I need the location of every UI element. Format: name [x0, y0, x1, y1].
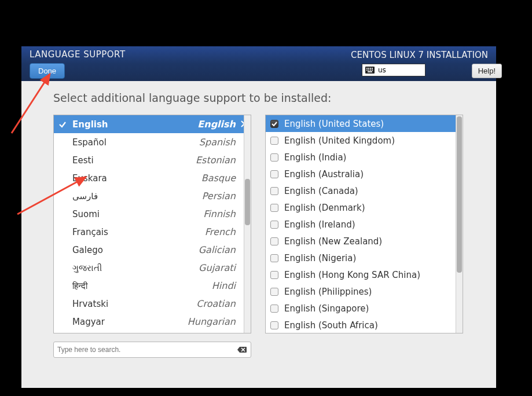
- language-row[interactable]: EestiEstonian: [54, 151, 251, 169]
- language-english-name: Finnish: [203, 208, 236, 219]
- check-icon: [58, 120, 70, 129]
- language-row[interactable]: EspañolSpanish: [54, 133, 251, 151]
- language-row[interactable]: فارسیPersian: [54, 187, 251, 205]
- locale-scrollbar[interactable]: [456, 115, 463, 333]
- language-list-panel: EnglishEnglishEspañolSpanishEestiEstonia…: [53, 115, 251, 333]
- locale-checkbox[interactable]: [270, 288, 278, 296]
- locale-checkbox[interactable]: [270, 221, 278, 229]
- locale-row[interactable]: English (Singapore): [266, 300, 463, 317]
- language-english-name: Estonian: [196, 155, 236, 166]
- locale-row[interactable]: English (Nigeria): [266, 250, 463, 266]
- svg-rect-2: [368, 68, 369, 69]
- locale-list-panel: English (United States)English (United K…: [265, 115, 463, 333]
- language-native-name: Euskara: [70, 173, 201, 184]
- language-row[interactable]: MagyarHungarian: [54, 313, 251, 331]
- locale-label: English (Hong Kong SAR China): [284, 270, 420, 280]
- instruction-text: Select additional language support to be…: [53, 91, 486, 104]
- locale-row[interactable]: English (Canada): [266, 182, 463, 199]
- locale-row[interactable]: English (Denmark): [266, 199, 463, 216]
- language-native-name: Español: [70, 137, 199, 148]
- language-english-name: Hindi: [212, 280, 236, 291]
- language-native-name: Eesti: [70, 155, 196, 166]
- language-native-name: English: [70, 119, 197, 130]
- scrollbar-thumb[interactable]: [245, 179, 250, 225]
- locale-label: English (Denmark): [284, 203, 365, 213]
- svg-rect-9: [368, 71, 372, 72]
- language-english-name: Persian: [202, 190, 236, 201]
- scrollbar-thumb[interactable]: [457, 116, 462, 273]
- locale-label: English (New Zealand): [284, 236, 382, 247]
- locale-label: English (India): [284, 152, 346, 163]
- locale-checkbox[interactable]: [270, 187, 278, 195]
- language-native-name: Français: [70, 227, 205, 237]
- language-native-name: Suomi: [70, 209, 203, 219]
- distro-label: CENTOS LINUX 7 INSTALLATION: [351, 50, 488, 60]
- locale-checkbox[interactable]: [270, 237, 278, 245]
- language-row[interactable]: SuomiFinnish: [54, 205, 251, 223]
- search-input[interactable]: [57, 346, 237, 354]
- locale-label: English (United States): [284, 119, 384, 129]
- language-row[interactable]: हिन्दीHindi: [54, 277, 251, 295]
- search-box[interactable]: [53, 342, 251, 358]
- installer-window: LANGUAGE SUPPORT Done CENTOS LINUX 7 INS…: [21, 46, 496, 388]
- language-row[interactable]: HrvatskiCroatian: [54, 295, 251, 313]
- locale-row[interactable]: English (United States): [266, 115, 463, 132]
- language-english-name: Galician: [199, 244, 236, 255]
- clear-search-icon[interactable]: [237, 345, 247, 354]
- locale-row[interactable]: English (United Kingdom): [266, 132, 463, 149]
- language-english-name: Hungarian: [188, 316, 236, 327]
- locale-checkbox[interactable]: [270, 204, 278, 212]
- locale-row[interactable]: English (Hong Kong SAR China): [266, 266, 463, 283]
- language-row[interactable]: ગુજરાતીGujarati: [54, 259, 251, 277]
- locale-row[interactable]: English (Ireland): [266, 216, 463, 233]
- svg-rect-8: [372, 69, 373, 71]
- locale-label: English (South Africa): [284, 320, 378, 331]
- svg-rect-4: [372, 68, 373, 69]
- locale-checkbox[interactable]: [270, 254, 278, 262]
- language-native-name: हिन्दी: [70, 281, 212, 291]
- keyboard-layout-indicator[interactable]: us: [362, 64, 425, 76]
- locale-row[interactable]: English (India): [266, 149, 463, 166]
- svg-rect-7: [370, 69, 371, 71]
- locale-label: English (Philippines): [284, 287, 372, 297]
- language-english-name: Spanish: [199, 137, 236, 148]
- language-row[interactable]: FrançaisFrench: [54, 223, 251, 241]
- locale-label: English (Australia): [284, 169, 364, 179]
- locale-checkbox[interactable]: [270, 153, 278, 162]
- locale-checkbox[interactable]: [270, 170, 278, 178]
- locale-row[interactable]: English (Australia): [266, 166, 463, 182]
- done-button[interactable]: Done: [30, 63, 65, 79]
- help-button[interactable]: Help!: [472, 64, 502, 78]
- language-row[interactable]: GalegoGalician: [54, 241, 251, 259]
- locale-label: English (United Kingdom): [284, 135, 395, 146]
- language-list[interactable]: EnglishEnglishEspañolSpanishEestiEstonia…: [54, 115, 251, 333]
- locale-row[interactable]: English (New Zealand): [266, 233, 463, 250]
- locale-checkbox[interactable]: [270, 120, 278, 128]
- locale-checkbox[interactable]: [270, 137, 278, 145]
- language-scrollbar[interactable]: [244, 115, 251, 333]
- language-english-name: Croatian: [196, 298, 236, 309]
- language-english-name: Basque: [201, 173, 236, 184]
- language-native-name: فارسی: [70, 191, 202, 201]
- locale-label: English (Canada): [284, 186, 358, 196]
- locale-list[interactable]: English (United States)English (United K…: [266, 115, 463, 333]
- language-row[interactable]: EuskaraBasque: [54, 169, 251, 187]
- header-bar: LANGUAGE SUPPORT Done CENTOS LINUX 7 INS…: [21, 46, 496, 81]
- locale-label: English (Singapore): [284, 303, 369, 314]
- svg-rect-6: [368, 69, 369, 71]
- locale-checkbox[interactable]: [270, 271, 278, 279]
- content-area: Select additional language support to be…: [21, 81, 496, 364]
- language-native-name: ગુજરાતી: [70, 263, 199, 273]
- language-english-name: French: [205, 226, 236, 237]
- locale-row[interactable]: English (Philippines): [266, 283, 463, 300]
- locale-checkbox[interactable]: [270, 305, 278, 313]
- locale-label: English (Nigeria): [284, 253, 356, 263]
- panels-row: EnglishEnglishEspañolSpanishEestiEstonia…: [53, 115, 486, 333]
- locale-row[interactable]: English (South Africa): [266, 317, 463, 333]
- language-row[interactable]: EnglishEnglish: [54, 115, 251, 133]
- svg-rect-3: [370, 68, 371, 69]
- svg-rect-1: [366, 68, 368, 69]
- language-native-name: Magyar: [70, 317, 188, 327]
- keyboard-icon: [365, 67, 375, 74]
- locale-checkbox[interactable]: [270, 321, 278, 329]
